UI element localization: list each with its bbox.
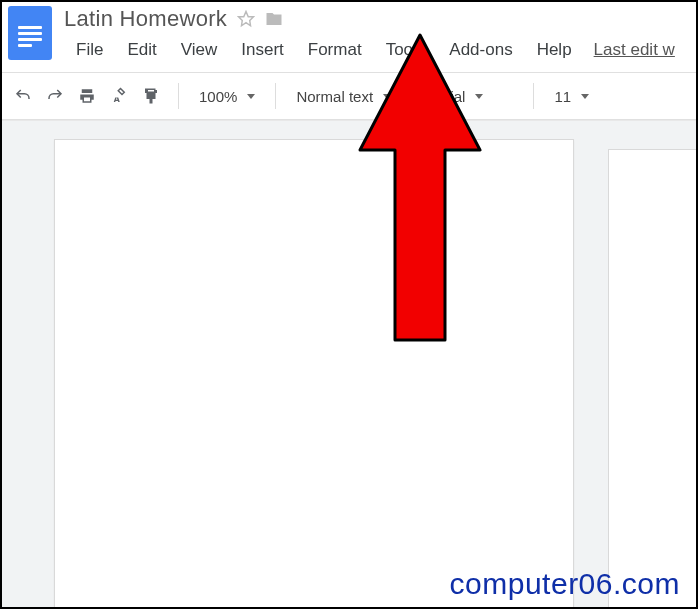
caret-down-icon (247, 94, 255, 99)
zoom-dropdown[interactable]: 100% (193, 82, 261, 110)
toolbar-separator (533, 83, 534, 109)
menu-addons[interactable]: Add-ons (437, 36, 524, 64)
toolbar: 100% Normal text Arial 11 (0, 72, 698, 120)
zoom-value: 100% (199, 88, 237, 105)
paint-format-button[interactable] (138, 82, 164, 110)
font-size-value: 11 (554, 88, 571, 105)
document-title[interactable]: Latin Homework (64, 6, 227, 32)
watermark-text: computer06.com (450, 567, 680, 601)
caret-down-icon (581, 94, 589, 99)
document-page[interactable] (54, 139, 574, 609)
menubar: File Edit View Insert Format Tools Add-o… (64, 36, 690, 64)
menu-help[interactable]: Help (525, 36, 584, 64)
caret-down-icon (383, 94, 391, 99)
menu-edit[interactable]: Edit (115, 36, 168, 64)
paragraph-style-value: Normal text (296, 88, 373, 105)
print-button[interactable] (74, 82, 100, 110)
undo-button[interactable] (10, 82, 36, 110)
caret-down-icon (475, 94, 483, 99)
docs-logo[interactable] (8, 6, 52, 60)
svg-marker-0 (239, 12, 254, 26)
menu-insert[interactable]: Insert (229, 36, 296, 64)
font-dropdown[interactable]: Arial (429, 82, 519, 110)
menu-view[interactable]: View (169, 36, 230, 64)
toolbar-separator (178, 83, 179, 109)
font-value: Arial (435, 88, 465, 105)
toolbar-separator (275, 83, 276, 109)
star-icon[interactable] (237, 10, 255, 28)
menu-tools[interactable]: Tools (374, 36, 438, 64)
redo-button[interactable] (42, 82, 68, 110)
paragraph-style-dropdown[interactable]: Normal text (290, 82, 400, 110)
document-canvas[interactable] (0, 120, 698, 609)
last-edit-link[interactable]: Last edit w (584, 36, 685, 64)
toolbar-separator (414, 83, 415, 109)
font-size-dropdown[interactable]: 11 (548, 82, 595, 110)
spellcheck-button[interactable] (106, 82, 132, 110)
document-page-next[interactable] (608, 149, 698, 609)
menu-file[interactable]: File (64, 36, 115, 64)
menu-format[interactable]: Format (296, 36, 374, 64)
folder-icon[interactable] (265, 10, 283, 28)
docs-logo-lines (18, 26, 42, 50)
